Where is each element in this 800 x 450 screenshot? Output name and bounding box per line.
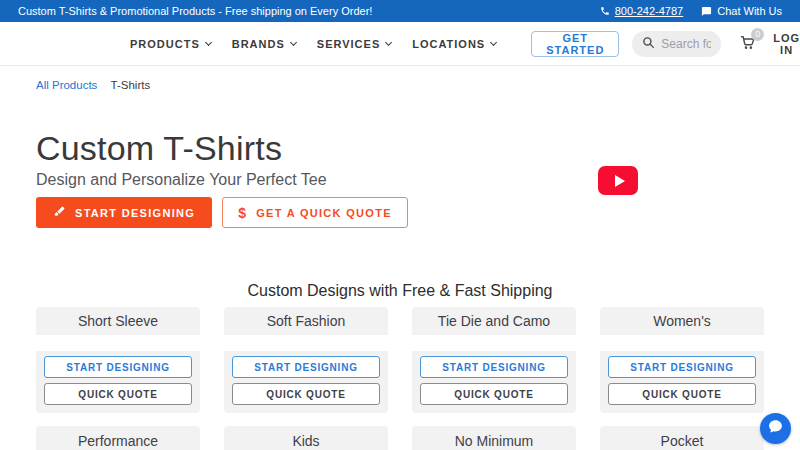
product-card-performance[interactable]: Performance	[36, 426, 200, 450]
breadcrumb-all-products-link[interactable]: All Products	[36, 79, 97, 91]
card-actions: START DESIGNING QUICK QUOTE	[412, 351, 576, 413]
product-card-pocket[interactable]: Pocket	[600, 426, 764, 450]
chevron-down-icon	[385, 38, 392, 45]
dollar-icon: $	[238, 205, 247, 221]
card-title: Tie Die and Camo	[412, 307, 576, 335]
search-box[interactable]	[632, 31, 721, 57]
nav-locations[interactable]: LOCATIONS	[412, 38, 496, 50]
phone-number: 800-242-4787	[615, 5, 684, 17]
card-image-placeholder	[412, 335, 576, 351]
card-image-placeholder	[36, 335, 200, 351]
card-image-placeholder	[600, 335, 764, 351]
card-quick-quote-button[interactable]: QUICK QUOTE	[232, 383, 380, 405]
chat-with-us-link[interactable]: Chat With Us	[701, 5, 782, 17]
quick-quote-label: GET A QUICK QUOTE	[256, 207, 392, 219]
product-card-tie-die-camo[interactable]: Tie Die and Camo START DESIGNING QUICK Q…	[412, 307, 576, 413]
product-card-no-minimum[interactable]: No Minimum	[412, 426, 576, 450]
chevron-down-icon	[205, 38, 212, 45]
hero-section: Custom T-Shirts Design and Personalize Y…	[0, 131, 800, 228]
nav-locations-label: LOCATIONS	[412, 38, 485, 50]
chevron-down-icon	[290, 38, 297, 45]
card-actions: START DESIGNING QUICK QUOTE	[600, 351, 764, 413]
card-title: Soft Fashion	[224, 307, 388, 335]
breadcrumb: All Products T-Shirts	[0, 66, 800, 93]
card-start-designing-button[interactable]: START DESIGNING	[44, 356, 192, 378]
chat-fab-button[interactable]	[760, 413, 791, 444]
card-title: Pocket	[661, 433, 704, 449]
nav-brands-label: BRANDS	[232, 38, 285, 50]
card-title: Performance	[78, 433, 158, 449]
chat-bubble-icon	[767, 418, 784, 439]
nav-brands[interactable]: BRANDS	[232, 38, 296, 50]
card-quick-quote-button[interactable]: QUICK QUOTE	[608, 383, 756, 405]
cart-count-badge: 0	[751, 28, 764, 41]
card-title: No Minimum	[455, 433, 534, 449]
nav-products-label: PRODUCTS	[130, 38, 200, 50]
play-icon	[615, 175, 625, 187]
card-title: Women's	[600, 307, 764, 335]
search-input[interactable]	[661, 37, 711, 51]
get-quick-quote-button[interactable]: $ GET A QUICK QUOTE	[222, 197, 408, 228]
card-start-designing-button[interactable]: START DESIGNING	[232, 356, 380, 378]
card-actions: START DESIGNING QUICK QUOTE	[224, 351, 388, 413]
card-title: Kids	[292, 433, 319, 449]
card-image-placeholder	[224, 335, 388, 351]
chat-label: Chat With Us	[717, 5, 782, 17]
section-title: Custom Designs with Free & Fast Shipping	[0, 282, 800, 299]
product-card-soft-fashion[interactable]: Soft Fashion START DESIGNING QUICK QUOTE	[224, 307, 388, 413]
phone-link[interactable]: 800-242-4787	[600, 5, 684, 17]
brush-icon	[53, 205, 66, 220]
page-subtitle: Design and Personalize Your Perfect Tee	[36, 171, 800, 189]
phone-icon	[600, 6, 610, 16]
youtube-play-button[interactable]	[598, 166, 638, 195]
card-actions: START DESIGNING QUICK QUOTE	[36, 351, 200, 413]
card-start-designing-button[interactable]: START DESIGNING	[420, 356, 568, 378]
get-started-button[interactable]: GET STARTED	[531, 31, 619, 57]
chat-icon	[701, 6, 712, 17]
nav-services-label: SERVICES	[317, 38, 380, 50]
start-designing-button[interactable]: START DESIGNING	[36, 197, 212, 228]
product-card-womens[interactable]: Women's START DESIGNING QUICK QUOTE	[600, 307, 764, 413]
cart-button[interactable]: 0	[738, 33, 757, 55]
nav-services[interactable]: SERVICES	[317, 38, 391, 50]
main-nav: PRODUCTS BRANDS SERVICES LOCATIONS GET S…	[0, 22, 800, 66]
search-icon	[642, 35, 655, 53]
chevron-down-icon	[490, 38, 497, 45]
product-card-kids[interactable]: Kids	[224, 426, 388, 450]
card-quick-quote-button[interactable]: QUICK QUOTE	[44, 383, 192, 405]
breadcrumb-current: T-Shirts	[111, 79, 151, 91]
card-start-designing-button[interactable]: START DESIGNING	[608, 356, 756, 378]
login-button[interactable]: LOG IN	[773, 32, 800, 56]
product-card-grid: Short Sleeve START DESIGNING QUICK QUOTE…	[36, 307, 764, 413]
promo-bar: Custom T-Shirts & Promotional Products -…	[0, 0, 800, 22]
promo-message: Custom T-Shirts & Promotional Products -…	[18, 5, 372, 17]
card-quick-quote-button[interactable]: QUICK QUOTE	[420, 383, 568, 405]
product-card-short-sleeve[interactable]: Short Sleeve START DESIGNING QUICK QUOTE	[36, 307, 200, 413]
start-designing-label: START DESIGNING	[75, 207, 195, 219]
product-card-grid-row2: Performance Kids No Minimum Pocket	[36, 426, 764, 450]
card-title: Short Sleeve	[36, 307, 200, 335]
nav-products[interactable]: PRODUCTS	[130, 38, 211, 50]
page-title: Custom T-Shirts	[36, 131, 800, 165]
